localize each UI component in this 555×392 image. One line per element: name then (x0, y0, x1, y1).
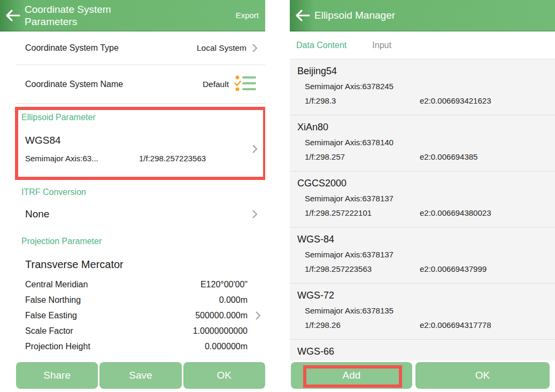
ellipsoid-name: WGS-84 (290, 232, 555, 247)
ellipsoid-name: XiAn80 (290, 120, 555, 135)
param-value: 0.000m (219, 295, 248, 305)
right-header: Ellipsoid Manager (290, 0, 555, 32)
ellipsoid-e2: e2:0.00669437999 (420, 262, 487, 276)
ellipsoid-invf: 1/f:298.3 (305, 93, 420, 108)
ellipsoid-e2: e2:0.006694380023 (420, 206, 491, 220)
chevron-right-icon (252, 43, 258, 53)
param-label: Central Meridian (25, 280, 201, 289)
ok-button[interactable]: OK (415, 362, 550, 389)
tab-data-content[interactable]: Data Content (296, 41, 346, 50)
share-button[interactable]: Share (16, 362, 98, 389)
coordinate-system-name-row[interactable]: Coordinate System Name Default (0, 65, 265, 103)
ellipsoid-name: WGS-72 (290, 288, 555, 303)
ellipsoid-list-item[interactable]: WGS-84 Semimajor Axis:6378137 1/f:298.25… (290, 228, 555, 283)
ok-button[interactable]: OK (183, 362, 265, 389)
ellipsoid-manager-screen: Ellipsoid Manager Data Content Input Bei… (290, 0, 555, 392)
ellipsoid-invf: 1/f:298.26 (305, 318, 420, 332)
back-arrow-icon[interactable] (0, 9, 25, 22)
param-value: 500000.000m (195, 311, 248, 320)
param-label: False Easting (25, 311, 195, 320)
ellipsoid-semimajor: Semimajor Axis:6378245 (290, 79, 555, 93)
page-title: Coordinate System Parameters (25, 3, 140, 28)
ellipsoid-name: WGS-66 (290, 344, 555, 359)
right-footer: Add OK (290, 360, 555, 392)
projection-name: Transverse Mercator (0, 257, 265, 271)
screenshot-canvas: Coordinate System Parameters Export Coor… (0, 0, 555, 392)
ellipsoid-parameter-heading: Ellipsoid Parameter (0, 111, 265, 124)
ellipsoid-list-item[interactable]: Beijing54 Semimajor Axis:6378245 1/f:298… (290, 59, 555, 115)
projection-parameter-heading: Projection Parameter (0, 235, 265, 248)
ellipsoid-e2: e2:0.006693421623 (420, 93, 491, 108)
row-label: Coordinate System Type (25, 43, 197, 53)
ellipsoid-list: Beijing54 Semimajor Axis:6378245 1/f:298… (290, 59, 555, 392)
divider (16, 103, 265, 104)
param-value: E120°00'00" (201, 280, 248, 289)
ellipsoid-invf: 1/f:298.257 (305, 150, 420, 164)
param-value: 1.0000000000 (193, 326, 248, 336)
projection-params-list: Central Meridian E120°00'00" False North… (0, 277, 265, 354)
ellipsoid-invf: 1/f:298.257222101 (305, 206, 420, 220)
ellipsoid-semimajor: Semimajor Axis:6378135 (290, 303, 555, 318)
tab-bar: Data Content Input (290, 32, 555, 59)
projection-param-row[interactable]: Central Meridian E120°00'00" (0, 277, 265, 292)
checklist-icon[interactable] (234, 74, 258, 95)
tab-input[interactable]: Input (372, 41, 391, 50)
param-label: Scale Factor (25, 326, 193, 336)
ellipsoid-e2: e2:0.006694385 (420, 150, 477, 164)
param-value: 0.000000m (205, 342, 248, 351)
ellipsoid-list-item[interactable]: CGCS2000 Semimajor Axis:6378137 1/f:298.… (290, 171, 555, 227)
itrf-conversion-row[interactable]: None (0, 199, 265, 230)
ellipsoid-semimajor: Semimajor Axis:6378137 (290, 191, 555, 206)
ellipsoid-e2: e2:0.006694317778 (420, 318, 491, 332)
chevron-right-icon (255, 311, 261, 320)
left-footer: Share Save OK (0, 360, 265, 392)
row-value: Default (203, 80, 229, 89)
chevron-right-icon (252, 144, 258, 154)
itrf-conversion-heading: ITRF Conversion (0, 186, 265, 199)
left-header: Coordinate System Parameters Export (0, 0, 265, 32)
ellipsoid-semimajor: Semimajor Axis:6378140 (290, 135, 555, 150)
coordinate-system-type-row[interactable]: Coordinate System Type Local System (0, 32, 265, 65)
ellipsoid-name: WGS84 (25, 134, 265, 147)
row-value: None (25, 208, 252, 220)
ellipsoid-name: CGCS2000 (290, 176, 555, 191)
ellipsoid-name: Beijing54 (290, 64, 555, 79)
ellipsoid-semimajor: Semimajor Axis:6378137 (290, 247, 555, 262)
add-button[interactable]: Add (291, 362, 412, 389)
ellipsoid-invf: 1/f:298.257223563 (139, 152, 206, 164)
row-value: Local System (197, 43, 246, 53)
param-label: False Northing (25, 295, 219, 305)
projection-param-row[interactable]: False Easting 500000.000m (0, 308, 265, 323)
row-label: Coordinate System Name (25, 80, 203, 89)
save-button[interactable]: Save (99, 362, 181, 389)
chevron-right-icon (252, 209, 258, 219)
export-button[interactable]: Export (236, 11, 259, 20)
ellipsoid-current-item[interactable]: WGS84 Semimajor Axis:63... 1/f:298.25722… (0, 134, 265, 164)
param-label: Projection Height (25, 342, 205, 351)
projection-param-row[interactable]: Projection Height 0.000000m (0, 339, 265, 354)
ellipsoid-list-item[interactable]: WGS-72 Semimajor Axis:6378135 1/f:298.26… (290, 284, 555, 339)
projection-param-row[interactable]: False Northing 0.000m (0, 292, 265, 308)
ellipsoid-semimajor: Semimajor Axis:63... (25, 152, 139, 164)
ellipsoid-list-item[interactable]: XiAn80 Semimajor Axis:6378140 1/f:298.25… (290, 115, 555, 171)
projection-param-row[interactable]: Scale Factor 1.0000000000 (0, 323, 265, 339)
ellipsoid-invf: 1/f:298.257223563 (305, 262, 420, 276)
back-arrow-icon[interactable] (290, 9, 314, 22)
page-title: Ellipsoid Manager (314, 9, 395, 21)
coordinate-system-parameters-screen: Coordinate System Parameters Export Coor… (0, 0, 265, 392)
